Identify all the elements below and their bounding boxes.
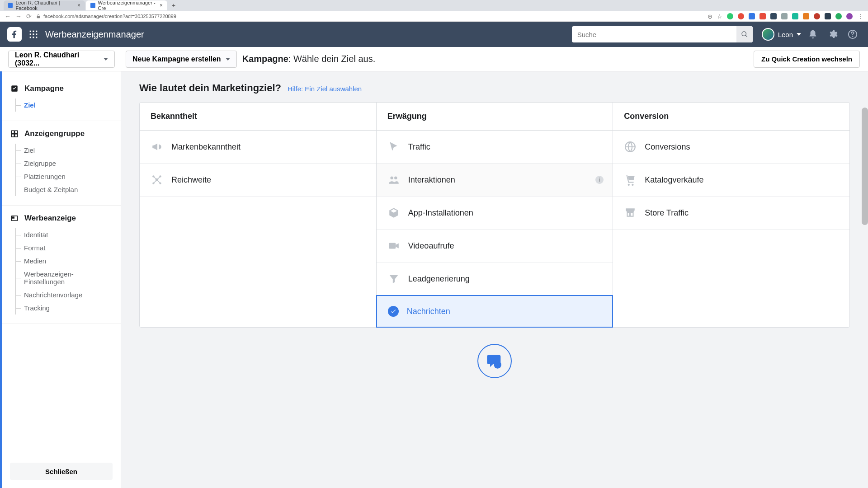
forward-icon[interactable]: → [15, 13, 22, 20]
help-link[interactable]: Hilfe: Ein Ziel auswählen [288, 85, 362, 93]
new-tab-button[interactable]: + [168, 2, 179, 9]
url-input[interactable]: facebook.com/adsmanager/creation?act=303… [36, 14, 703, 19]
extension-icon[interactable] [760, 13, 766, 19]
goal-store-traffic[interactable]: Store Traffic [613, 197, 849, 230]
tab-title: Werbeanzeigenmanager - Cre [98, 0, 157, 11]
info-icon[interactable]: i [595, 176, 604, 184]
account-dropdown[interactable]: Leon R. Chaudhari (3032... [8, 51, 115, 68]
search-button[interactable] [736, 26, 753, 42]
sidebar-header-campaign[interactable]: Kampagne [10, 84, 113, 93]
sidebar-item-ziel[interactable]: Ziel [16, 99, 113, 112]
browser-tab[interactable]: Leon R. Chaudhari | Facebook × [4, 0, 85, 10]
extension-icon[interactable] [738, 13, 744, 19]
sidebar-item[interactable]: Identität [16, 228, 113, 241]
goal-brand-awareness[interactable]: Markenbekanntheit [140, 131, 376, 164]
svg-rect-4 [33, 33, 34, 35]
avatar-icon[interactable] [846, 13, 853, 19]
sidebar-header-adset[interactable]: Anzeigengruppe [10, 129, 113, 138]
extension-icon[interactable] [814, 13, 820, 19]
settings-icon[interactable] [825, 26, 841, 42]
column-header: Conversion [613, 103, 849, 131]
goal-lead-generation[interactable]: Leadgenerierung [377, 263, 613, 296]
svg-point-23 [390, 176, 393, 179]
svg-point-10 [853, 36, 853, 37]
goal-app-installs[interactable]: App-Installationen [377, 197, 613, 230]
svg-rect-6 [30, 37, 31, 38]
goal-column-conversion: Conversion Conversions Katalogverkäufe S… [613, 103, 849, 327]
sidebar-item[interactable]: Tracking [16, 301, 113, 314]
svg-rect-1 [33, 31, 34, 32]
goal-reach[interactable]: Reichweite [140, 164, 376, 197]
back-icon[interactable]: ← [5, 13, 11, 20]
sidebar-item[interactable]: Budget & Zeitplan [16, 183, 113, 196]
search-box[interactable] [572, 26, 753, 42]
extension-icon[interactable] [825, 13, 831, 19]
box-icon [387, 206, 400, 219]
extension-icon[interactable] [749, 13, 755, 19]
facebook-favicon-icon [90, 3, 95, 8]
sidebar-item[interactable]: Ziel [16, 144, 113, 157]
account-name: Leon R. Chaudhari (3032... [15, 51, 99, 67]
extension-icon[interactable] [835, 13, 842, 19]
extension-icon[interactable] [770, 13, 777, 19]
menu-icon[interactable]: ⋮ [857, 13, 863, 20]
svg-rect-13 [15, 131, 18, 133]
star-icon[interactable]: ☆ [717, 13, 722, 20]
goal-conversions[interactable]: Conversions [613, 131, 849, 164]
close-icon[interactable]: × [77, 2, 80, 9]
sidebar-item[interactable]: Format [16, 241, 113, 254]
browser-tab-bar: Leon R. Chaudhari | Facebook × Werbeanze… [0, 0, 868, 11]
goal-catalog-sales[interactable]: Katalogverkäufe [613, 164, 849, 197]
goal-engagement[interactable]: Interaktionen i [377, 164, 613, 197]
svg-rect-3 [30, 33, 31, 35]
facebook-logo-icon[interactable] [7, 27, 22, 42]
notifications-icon[interactable] [805, 26, 821, 42]
svg-rect-25 [389, 243, 396, 249]
close-button[interactable]: Schließen [10, 463, 113, 480]
apps-grid-icon[interactable] [27, 28, 40, 41]
sidebar-item[interactable]: Werbeanzeigen-Einstellungen [16, 267, 113, 288]
sidebar-item[interactable]: Platzierungen [16, 170, 113, 183]
sidebar-item[interactable]: Medien [16, 254, 113, 267]
facebook-favicon-icon [8, 3, 13, 8]
url-text: facebook.com/adsmanager/creation?act=303… [43, 14, 176, 19]
campaign-dropdown[interactable]: Neue Kampagne erstellen [126, 51, 237, 68]
megaphone-icon [151, 141, 163, 153]
extension-icon[interactable] [792, 13, 798, 19]
zoom-icon[interactable]: ⊕ [708, 13, 712, 20]
user-name: Leon [778, 31, 793, 38]
search-input[interactable] [577, 31, 736, 38]
extension-icon[interactable] [727, 13, 733, 19]
people-icon [387, 174, 400, 186]
goals-grid: Bekanntheit Markenbekanntheit Reichweite… [139, 102, 850, 328]
svg-rect-12 [11, 131, 14, 133]
funnel-icon [387, 272, 400, 285]
goal-video-views[interactable]: Videoaufrufe [377, 230, 613, 263]
scrollbar[interactable] [862, 108, 868, 225]
svg-rect-15 [15, 134, 18, 137]
reload-icon[interactable]: ⟳ [26, 13, 32, 20]
sidebar-section-ad: Werbeanzeige Identität Format Medien Wer… [2, 214, 121, 324]
chevron-down-icon [797, 33, 801, 36]
help-icon[interactable] [844, 26, 861, 42]
sidebar-item[interactable]: Zielgruppe [16, 157, 113, 170]
svg-rect-0 [30, 31, 31, 32]
campaign-dd-label: Neue Kampagne erstellen [132, 55, 221, 63]
cursor-icon [387, 141, 400, 153]
selected-goal-hero-icon [477, 344, 512, 378]
extension-icon[interactable] [781, 13, 788, 19]
sidebar-header-ad[interactable]: Werbeanzeige [10, 214, 113, 223]
browser-tab-active[interactable]: Werbeanzeigenmanager - Cre × [86, 0, 167, 10]
column-header: Erwägung [377, 103, 613, 131]
svg-rect-7 [33, 37, 34, 38]
sidebar-item[interactable]: Nachrichtenvorlage [16, 288, 113, 301]
goal-messages[interactable]: Nachrichten [376, 295, 613, 328]
goal-traffic[interactable]: Traffic [377, 131, 613, 164]
extension-icon[interactable] [803, 13, 809, 19]
user-menu[interactable]: Leon [762, 28, 801, 41]
chevron-down-icon [226, 58, 230, 61]
toolbar-title: Kampagne: Wähle dein Ziel aus. [242, 54, 376, 64]
quick-creation-button[interactable]: Zu Quick Creation wechseln [754, 51, 860, 68]
close-icon[interactable]: × [160, 2, 163, 9]
svg-point-24 [394, 176, 397, 179]
